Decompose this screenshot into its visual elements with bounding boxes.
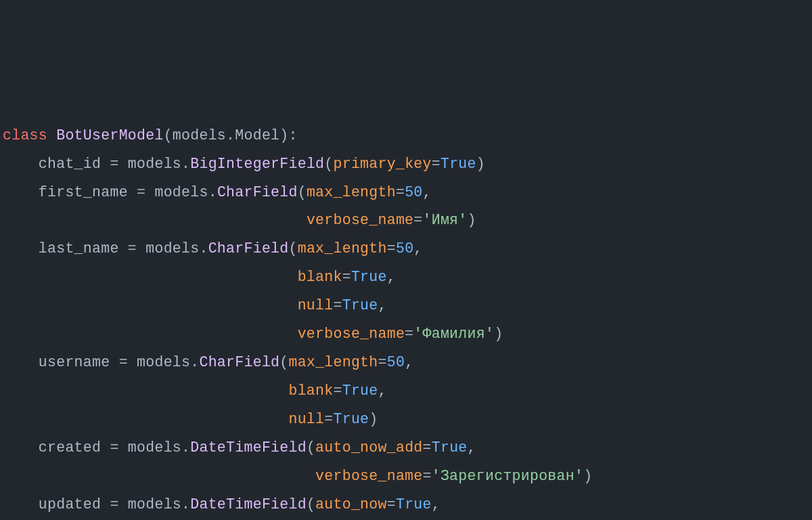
code-line: null=True) — [3, 411, 378, 427]
base-class: Model — [235, 127, 279, 144]
field-call: DateTimeField — [190, 439, 307, 456]
code-line: class BotUserModel(models.Model): — [3, 127, 298, 144]
kwarg-value: 'Зарегистрирован' — [432, 468, 583, 484]
equals: = — [423, 468, 432, 484]
equals: = — [387, 240, 396, 257]
paren-open: ( — [307, 496, 315, 513]
code-line: chat_id = models.BigIntegerField(primary… — [3, 156, 485, 172]
paren-open: ( — [279, 354, 288, 370]
dot: . — [181, 496, 190, 513]
equals: = — [405, 326, 413, 342]
dot: . — [181, 439, 190, 456]
field-name: last_name — [39, 240, 119, 257]
kwarg-value: True — [342, 383, 378, 399]
equals: = — [432, 156, 441, 172]
paren-open: ( — [289, 240, 298, 257]
paren-open: ( — [298, 184, 307, 200]
equals: = — [110, 439, 118, 456]
module-ref: models — [154, 184, 208, 200]
field-call: CharField — [208, 240, 289, 257]
kwarg-name: blank — [298, 269, 342, 285]
comma: , — [432, 496, 441, 513]
equals: = — [110, 496, 118, 513]
kwarg-name: max_length — [289, 354, 378, 370]
code-line: blank=True, — [3, 269, 396, 285]
equals: = — [387, 496, 396, 513]
equals: = — [119, 354, 128, 370]
module-ref: models — [128, 439, 181, 456]
equals: = — [396, 184, 405, 200]
module-ref: models — [145, 240, 199, 257]
kwarg-value: True — [342, 297, 378, 313]
kwarg-name: verbose_name — [315, 468, 422, 484]
module-ref: models — [128, 156, 181, 172]
field-name: updated — [39, 496, 101, 513]
paren-close: ) — [279, 127, 288, 144]
code-line: created = models.DateTimeField(auto_now_… — [3, 439, 476, 456]
field-call: BigIntegerField — [190, 156, 324, 172]
paren-close: ) — [468, 212, 476, 228]
code-line: username = models.CharField(max_length=5… — [3, 354, 413, 370]
code-line: verbose_name='Зарегистрирован') — [3, 468, 592, 484]
kwarg-value: True — [396, 496, 432, 513]
equals: = — [324, 411, 333, 427]
kwarg-name: verbose_name — [298, 326, 405, 342]
code-line: last_name = models.CharField(max_length=… — [3, 240, 423, 257]
kwarg-value: 'Фамилия' — [413, 326, 494, 342]
kwarg-name: null — [288, 411, 324, 427]
kwarg-name: max_length — [307, 184, 396, 200]
module-ref: models — [137, 354, 190, 370]
code-line: verbose_name='Имя') — [3, 212, 476, 228]
kwarg-value: True — [333, 411, 369, 427]
field-name: first_name — [39, 184, 128, 200]
module-ref: models — [128, 496, 181, 513]
equals: = — [342, 269, 351, 285]
kwarg-value: 50 — [396, 240, 413, 257]
class-name: BotUserModel — [56, 127, 163, 144]
code-line: updated = models.DateTimeField(auto_now=… — [3, 496, 441, 513]
paren-close: ) — [494, 326, 503, 342]
code-line: verbose_name='Фамилия') — [3, 326, 503, 342]
equals: = — [333, 383, 342, 399]
kwarg-value: True — [432, 439, 468, 456]
paren-open: ( — [324, 156, 333, 172]
keyword-class: class — [3, 127, 47, 144]
comma: , — [423, 184, 432, 200]
comma: , — [468, 439, 476, 456]
code-line: null=True, — [3, 297, 387, 313]
kwarg-name: null — [298, 297, 334, 313]
dot: . — [226, 127, 235, 144]
kwarg-name: verbose_name — [307, 212, 413, 228]
dot: . — [199, 240, 208, 257]
kwarg-value: True — [351, 269, 387, 285]
equals: = — [128, 240, 137, 257]
equals: = — [378, 354, 387, 370]
field-name: chat_id — [39, 156, 101, 172]
kwarg-value: 50 — [405, 184, 422, 200]
paren-close: ) — [583, 468, 592, 484]
equals: = — [333, 297, 342, 313]
paren-close: ) — [369, 411, 378, 427]
code-line: blank=True, — [3, 383, 387, 399]
kwarg-name: auto_now — [315, 496, 387, 513]
code-block: class BotUserModel(models.Model): chat_i… — [3, 122, 812, 520]
equals: = — [137, 184, 145, 200]
kwarg-value: True — [441, 156, 476, 172]
paren-open: ( — [164, 127, 173, 144]
field-name: created — [39, 439, 101, 456]
dot: . — [208, 184, 217, 200]
kwarg-name: blank — [288, 383, 333, 399]
paren-open: ( — [307, 439, 315, 456]
equals: = — [423, 439, 432, 456]
kwarg-value: 50 — [387, 354, 405, 370]
field-call: CharField — [199, 354, 279, 370]
code-line: first_name = models.CharField(max_length… — [3, 184, 432, 200]
kwarg-name: auto_now_add — [315, 439, 422, 456]
field-call: CharField — [217, 184, 298, 200]
kwarg-name: primary_key — [334, 156, 432, 172]
equals: = — [413, 212, 422, 228]
base-module: models — [173, 127, 226, 144]
comma: , — [378, 297, 387, 313]
equals: = — [110, 156, 118, 172]
comma: , — [405, 354, 413, 370]
